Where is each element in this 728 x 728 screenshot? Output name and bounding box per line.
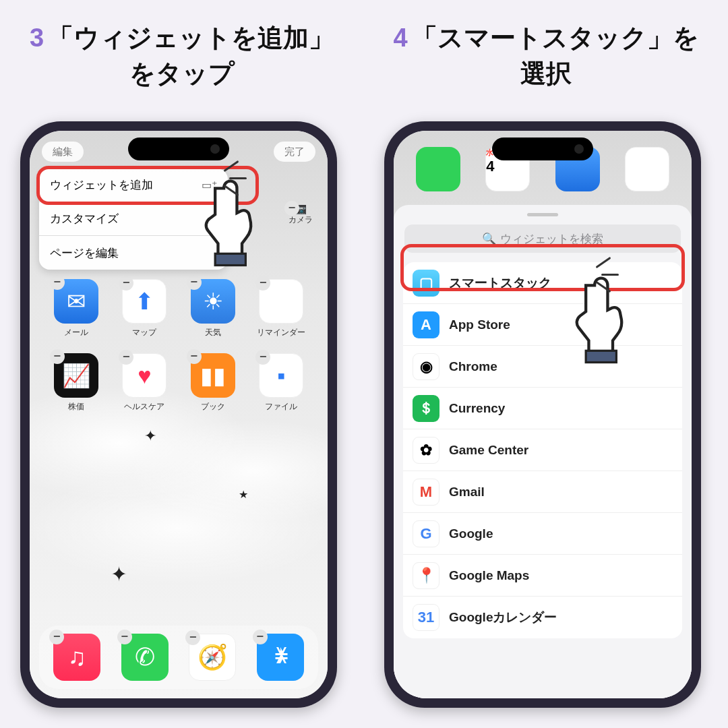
sparkle-icon: ✦ <box>144 427 156 445</box>
dynamic-island <box>128 138 229 160</box>
search-icon: 🔍 <box>482 232 496 246</box>
google-icon: G <box>413 520 439 547</box>
sparkle-icon: ★ <box>239 488 248 501</box>
widget-row-gmaps[interactable]: 📍Google Maps <box>403 555 682 597</box>
app-mail[interactable]: ✉−メール <box>42 279 111 338</box>
widget-row-smart[interactable]: ▢スマートスタック <box>403 262 682 304</box>
widget-list: ▢スマートスタックAApp Store◉Chrome＄Currency✿Game… <box>403 262 682 638</box>
gmail-icon: M <box>413 479 439 506</box>
app-camera[interactable]: 📷− カメラ <box>289 205 313 226</box>
camera-icon: 📷− <box>296 205 306 214</box>
search-input[interactable]: 🔍 ウィジェットを検索 <box>404 224 681 253</box>
chrome-icon: ◉ <box>413 353 439 380</box>
phone-step3: 編集 完了 ウィジェットを追加 ▭⁺ カスタマイズ ▭ ページを編集 📷− カメ… <box>20 121 337 708</box>
sheet-grabber[interactable] <box>527 213 558 216</box>
widget-row-gcal[interactable]: 31Googleカレンダー <box>403 597 682 638</box>
step4-caption: 4「スマートスタック」を 選択 <box>364 20 728 92</box>
gcal-icon: 31 <box>413 604 439 631</box>
widget-row-gmail[interactable]: MGmail <box>403 471 682 513</box>
phone-step4: 水4 🔍 ウィジェットを検索 ▢スマートスタックAApp Store◉Chrom… <box>384 121 701 708</box>
app-maps[interactable]: ⬆−マップ <box>111 279 179 338</box>
widget-row-gc[interactable]: ✿Game Center <box>403 429 682 471</box>
maps-icon: ⬆− <box>122 279 166 324</box>
menu-add-widget[interactable]: ウィジェットを追加 ▭⁺ <box>39 169 228 202</box>
app-book[interactable]: ▮▮−ブック <box>179 353 247 413</box>
dynamic-island <box>492 138 593 160</box>
dock-safari[interactable]: 🧭− <box>189 634 236 681</box>
widget-row-google[interactable]: GGoogle <box>403 513 682 555</box>
menu-customize[interactable]: カスタマイズ ▭ <box>39 202 228 236</box>
sparkle-icon: ✦ <box>111 562 127 586</box>
files-icon: ▪− <box>259 353 303 398</box>
rem-icon: ⦿− <box>259 279 303 324</box>
maps-icon <box>625 147 669 191</box>
dock-music[interactable]: ♫− <box>53 634 100 681</box>
tap-rays <box>202 165 249 199</box>
step4-number: 4 <box>393 24 407 52</box>
done-button[interactable]: 完了 <box>274 142 315 162</box>
app-weather[interactable]: ☀−天気 <box>179 279 247 338</box>
screen: 水4 🔍 ウィジェットを検索 ▢スマートスタックAApp Store◉Chrom… <box>394 131 692 698</box>
smart-icon: ▢ <box>413 270 439 297</box>
app-health[interactable]: ♥−ヘルスケア <box>111 353 179 413</box>
step3-number: 3 <box>30 24 44 52</box>
gc-icon: ✿ <box>413 437 439 464</box>
widget-row-chrome[interactable]: ◉Chrome <box>403 346 682 388</box>
astore-icon: A <box>413 311 439 338</box>
screen: 編集 完了 ウィジェットを追加 ▭⁺ カスタマイズ ▭ ページを編集 📷− カメ… <box>30 131 328 698</box>
gmaps-icon: 📍 <box>413 562 439 589</box>
mail-icon: ✉− <box>54 279 98 324</box>
facetime-icon <box>416 147 460 191</box>
customize-icon: ▭ <box>207 212 217 225</box>
weather-icon: ☀− <box>191 279 235 324</box>
context-menu: ウィジェットを追加 ▭⁺ カスタマイズ ▭ ページを編集 <box>39 169 228 270</box>
dock-appstore[interactable]: − <box>257 634 304 681</box>
stk-icon: 📈− <box>54 353 98 398</box>
app-grid: ✉−メール⬆−マップ☀−天気⦿−リマインダー📈−株価♥−ヘルスケア▮▮−ブック▪… <box>30 279 328 413</box>
step3-caption: 3「ウィジェットを追加」 をタップ <box>0 20 364 92</box>
app-files[interactable]: ▪−ファイル <box>247 353 316 413</box>
menu-edit-page[interactable]: ページを編集 <box>39 236 228 270</box>
widget-picker-sheet: 🔍 ウィジェットを検索 ▢スマートスタックAApp Store◉Chrome＄C… <box>394 205 692 698</box>
dock: ♫− ✆− 🧭− − <box>39 626 318 689</box>
tap-rays <box>574 262 621 295</box>
edit-button[interactable]: 編集 <box>42 142 84 162</box>
widget-row-curr[interactable]: ＄Currency <box>403 388 682 429</box>
book-icon: ▮▮− <box>191 353 235 398</box>
widget-row-astore[interactable]: AApp Store <box>403 304 682 346</box>
app-stk[interactable]: 📈−株価 <box>42 353 111 413</box>
health-icon: ♥− <box>122 353 166 398</box>
app-rem[interactable]: ⦿−リマインダー <box>247 279 316 338</box>
dock-phone[interactable]: ✆− <box>121 634 169 681</box>
curr-icon: ＄ <box>413 395 439 422</box>
